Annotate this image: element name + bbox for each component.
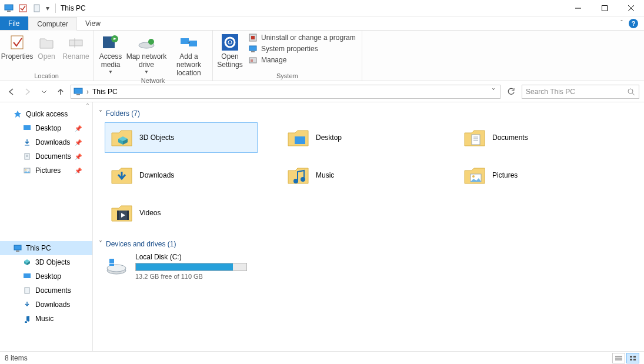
ribbon-tabs: File Computer View ˆ ? — [0, 16, 644, 31]
sidebar-item-desktop-pc[interactable]: Desktop — [0, 269, 92, 283]
downloads-icon — [22, 300, 32, 309]
qat-new-icon[interactable] — [32, 3, 42, 14]
open-icon — [37, 33, 56, 52]
pc-icon — [13, 243, 22, 253]
qat-dropdown-icon[interactable]: ▾ — [46, 4, 49, 12]
titlebar: ▾ This PC — [0, 0, 644, 16]
forward-button — [21, 85, 34, 98]
sidebar-item-music-pc[interactable]: Music — [0, 312, 92, 326]
sidebar-this-pc[interactable]: This PC — [0, 241, 92, 255]
pin-icon: 📌 — [75, 153, 82, 160]
breadcrumb-location[interactable]: This PC — [92, 88, 118, 96]
folder-pictures[interactable]: Pictures — [458, 160, 610, 191]
open-button: Open — [32, 32, 61, 61]
up-button[interactable] — [54, 85, 67, 98]
recent-locations-button[interactable] — [38, 85, 51, 98]
svg-rect-56 — [109, 264, 114, 266]
add-location-icon — [179, 33, 198, 52]
help-icon[interactable]: ? — [629, 19, 638, 28]
search-icon — [627, 88, 635, 96]
svg-rect-8 — [11, 36, 23, 49]
folder-desktop-icon — [286, 126, 310, 149]
window-title: This PC — [58, 4, 86, 12]
manage-button[interactable]: Manage — [248, 55, 356, 65]
svg-rect-62 — [630, 359, 632, 360]
group-header-drives[interactable]: ˅ Devices and drives (1) — [99, 240, 638, 248]
drive-local-disk-c[interactable]: Local Disk (C:) 13.2 GB free of 110 GB — [105, 253, 258, 280]
svg-rect-61 — [633, 356, 636, 358]
search-input[interactable] — [526, 88, 627, 96]
map-drive-icon — [137, 33, 156, 52]
ribbon-collapse-icon[interactable]: ˆ — [620, 19, 623, 28]
tab-view[interactable]: View — [77, 16, 109, 30]
view-details-button[interactable] — [612, 353, 625, 363]
sidebar-item-desktop[interactable]: Desktop📌 — [0, 121, 92, 135]
folder-downloads[interactable]: Downloads — [105, 160, 258, 191]
star-icon — [13, 109, 22, 119]
uninstall-button[interactable]: Uninstall or change a program — [248, 33, 356, 42]
view-icons-button[interactable] — [626, 353, 639, 363]
properties-button[interactable]: Properties — [2, 32, 32, 61]
sidebar-item-downloads-pc[interactable]: Downloads — [0, 298, 92, 312]
group-header-folders[interactable]: ˅ Folders (7) — [99, 109, 638, 118]
downloads-icon — [22, 138, 32, 147]
svg-point-36 — [25, 169, 26, 171]
folder-videos[interactable]: Videos — [105, 198, 258, 228]
pin-icon: 📌 — [75, 168, 82, 174]
svg-line-29 — [632, 93, 635, 95]
svg-rect-23 — [249, 46, 256, 51]
add-location-button[interactable]: Add a network location — [168, 32, 210, 77]
title-separator — [55, 4, 56, 13]
svg-point-47 — [301, 177, 305, 182]
open-settings-button[interactable]: Open Settings — [215, 32, 245, 69]
svg-rect-2 — [19, 5, 26, 12]
svg-rect-16 — [189, 41, 197, 46]
content-pane[interactable]: ˅ Folders (7) 3D Objects Desktop Documen… — [93, 102, 644, 351]
sidebar-item-documents-pc[interactable]: Documents — [0, 283, 92, 298]
folder-documents[interactable]: Documents — [458, 122, 610, 153]
sidebar-item-pictures[interactable]: Pictures📌 — [0, 163, 92, 178]
svg-point-28 — [628, 89, 633, 93]
svg-rect-51 — [117, 211, 119, 220]
address-bar[interactable]: › This PC ˅ — [71, 85, 500, 99]
sidebar-item-documents[interactable]: Documents📌 — [0, 149, 92, 163]
access-media-button[interactable]: Access media▼ — [96, 32, 125, 75]
sidebar-item-3d-objects[interactable]: 3D Objects — [0, 255, 92, 269]
qat-properties-icon[interactable] — [18, 3, 28, 14]
folder-desktop[interactable]: Desktop — [281, 122, 434, 153]
map-drive-button[interactable]: Map network drive▼ — [125, 32, 168, 75]
status-item-count: 8 items — [5, 354, 28, 362]
svg-rect-5 — [602, 5, 607, 11]
back-button[interactable] — [5, 85, 18, 98]
refresh-button[interactable] — [504, 85, 518, 99]
svg-rect-27 — [76, 94, 80, 95]
search-box[interactable] — [522, 85, 639, 99]
sidebar-item-downloads[interactable]: Downloads📌 — [0, 135, 92, 149]
manage-icon — [248, 55, 258, 65]
address-dropdown-icon[interactable]: ˅ — [489, 88, 498, 96]
breadcrumb-separator[interactable]: › — [86, 88, 89, 96]
tab-file[interactable]: File — [0, 16, 28, 30]
svg-rect-63 — [633, 359, 636, 360]
music-icon — [22, 314, 32, 323]
sidebar-quick-access[interactable]: Quick access — [0, 107, 92, 121]
maximize-button[interactable] — [591, 0, 618, 16]
svg-rect-39 — [24, 273, 31, 278]
pin-icon: 📌 — [75, 139, 82, 146]
folder-3d-objects[interactable]: 3D Objects — [105, 122, 258, 153]
folder-documents-icon — [463, 126, 486, 149]
svg-rect-9 — [69, 40, 82, 46]
svg-rect-30 — [24, 125, 31, 130]
close-button[interactable] — [618, 0, 644, 16]
folder-music[interactable]: Music — [281, 160, 434, 191]
ribbon-group-network: Access media▼ Map network drive▼ Add a n… — [94, 31, 213, 81]
minimize-button[interactable] — [565, 0, 591, 16]
tab-computer[interactable]: Computer — [28, 17, 77, 31]
desktop-icon — [22, 272, 32, 281]
navigation-pane[interactable]: ˆ Quick access Desktop📌 Downloads📌 Docum… — [0, 102, 93, 351]
folder-downloads-icon — [110, 163, 134, 187]
pc-icon — [4, 3, 14, 14]
rename-button: Rename — [61, 32, 91, 61]
ribbon: Properties Open Rename Location Access m… — [0, 31, 644, 81]
system-properties-button[interactable]: System properties — [248, 44, 356, 54]
